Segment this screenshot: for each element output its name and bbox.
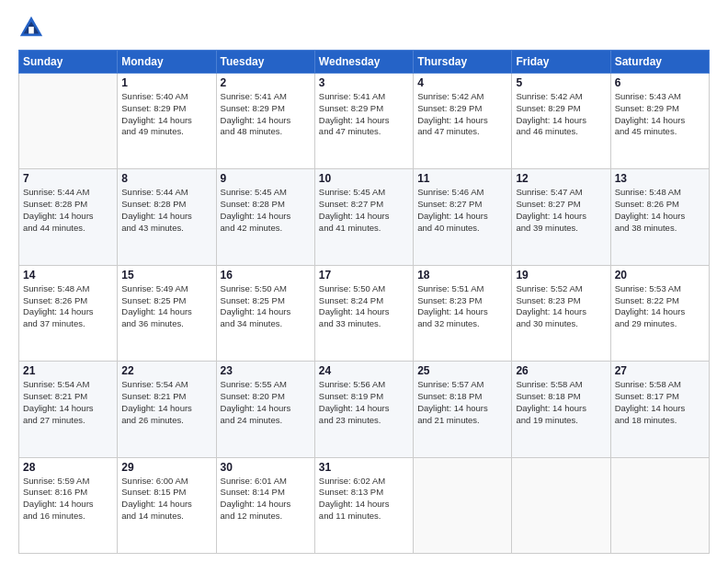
calendar-cell: 11Sunrise: 5:46 AMSunset: 8:27 PMDayligh… [414,169,512,265]
cell-content: Sunrise: 5:53 AMSunset: 8:22 PMDaylight:… [615,283,705,330]
week-row-1: 1Sunrise: 5:40 AMSunset: 8:29 PMDaylight… [19,74,710,169]
calendar-cell: 24Sunrise: 5:56 AMSunset: 8:19 PMDayligh… [314,362,413,457]
days-header-row: SundayMondayTuesdayWednesdayThursdayFrid… [19,51,710,74]
day-number: 19 [516,269,606,282]
calendar-cell: 9Sunrise: 5:45 AMSunset: 8:28 PMDaylight… [216,169,314,265]
calendar-cell: 13Sunrise: 5:48 AMSunset: 8:26 PMDayligh… [610,169,709,265]
cell-content: Sunrise: 5:55 AMSunset: 8:20 PMDaylight:… [221,379,311,426]
cell-content: Sunrise: 5:52 AMSunset: 8:23 PMDaylight:… [516,283,606,330]
calendar-cell: 23Sunrise: 5:55 AMSunset: 8:20 PMDayligh… [216,362,314,457]
cell-content: Sunrise: 5:46 AMSunset: 8:27 PMDaylight:… [417,187,507,234]
cell-content: Sunrise: 5:50 AMSunset: 8:24 PMDaylight:… [319,283,409,330]
day-number: 14 [23,269,113,282]
day-number: 23 [221,364,311,377]
calendar-cell [512,457,610,553]
week-row-5: 28Sunrise: 5:59 AMSunset: 8:16 PMDayligh… [19,457,710,553]
cell-content: Sunrise: 5:40 AMSunset: 8:29 PMDaylight:… [121,91,211,138]
day-number: 3 [319,76,409,89]
cell-content: Sunrise: 5:54 AMSunset: 8:21 PMDaylight:… [121,379,211,426]
day-number: 31 [319,461,409,474]
day-number: 27 [615,364,705,377]
calendar-cell: 2Sunrise: 5:41 AMSunset: 8:29 PMDaylight… [216,74,314,169]
calendar-cell: 27Sunrise: 5:58 AMSunset: 8:17 PMDayligh… [610,362,709,457]
day-number: 7 [23,172,113,185]
day-number: 24 [319,364,409,377]
day-header-thursday: Thursday [414,51,512,74]
cell-content: Sunrise: 5:49 AMSunset: 8:25 PMDaylight:… [121,283,211,330]
week-row-4: 21Sunrise: 5:54 AMSunset: 8:21 PMDayligh… [19,362,710,457]
day-number: 15 [121,269,211,282]
calendar-cell: 28Sunrise: 5:59 AMSunset: 8:16 PMDayligh… [19,457,118,553]
cell-content: Sunrise: 5:41 AMSunset: 8:29 PMDaylight:… [319,91,409,138]
day-number: 18 [417,269,507,282]
day-number: 26 [516,364,606,377]
cell-content: Sunrise: 5:44 AMSunset: 8:28 PMDaylight:… [23,187,113,234]
calendar-cell: 22Sunrise: 5:54 AMSunset: 8:21 PMDayligh… [118,362,216,457]
day-header-sunday: Sunday [19,51,118,74]
cell-content: Sunrise: 5:59 AMSunset: 8:16 PMDaylight:… [23,476,113,523]
calendar-cell: 10Sunrise: 5:45 AMSunset: 8:27 PMDayligh… [314,169,413,265]
calendar-cell: 3Sunrise: 5:41 AMSunset: 8:29 PMDaylight… [314,74,413,169]
cell-content: Sunrise: 5:45 AMSunset: 8:27 PMDaylight:… [319,187,409,234]
day-number: 11 [417,172,507,185]
calendar-cell: 20Sunrise: 5:53 AMSunset: 8:22 PMDayligh… [610,265,709,361]
calendar-cell: 21Sunrise: 5:54 AMSunset: 8:21 PMDayligh… [19,362,118,457]
day-number: 29 [121,461,211,474]
calendar-cell: 29Sunrise: 6:00 AMSunset: 8:15 PMDayligh… [118,457,216,553]
cell-content: Sunrise: 6:00 AMSunset: 8:15 PMDaylight:… [121,476,211,523]
day-number: 13 [615,172,705,185]
cell-content: Sunrise: 5:57 AMSunset: 8:18 PMDaylight:… [417,379,507,426]
cell-content: Sunrise: 5:42 AMSunset: 8:29 PMDaylight:… [417,91,507,138]
calendar-table: SundayMondayTuesdayWednesdayThursdayFrid… [18,50,710,554]
cell-content: Sunrise: 5:54 AMSunset: 8:21 PMDaylight:… [23,379,113,426]
week-row-2: 7Sunrise: 5:44 AMSunset: 8:28 PMDaylight… [19,169,710,265]
cell-content: Sunrise: 5:43 AMSunset: 8:29 PMDaylight:… [615,91,705,138]
calendar-cell: 12Sunrise: 5:47 AMSunset: 8:27 PMDayligh… [512,169,610,265]
calendar-cell: 7Sunrise: 5:44 AMSunset: 8:28 PMDaylight… [19,169,118,265]
calendar-cell [610,457,709,553]
cell-content: Sunrise: 6:02 AMSunset: 8:13 PMDaylight:… [319,476,409,523]
day-number: 22 [121,364,211,377]
day-number: 8 [121,172,211,185]
cell-content: Sunrise: 5:47 AMSunset: 8:27 PMDaylight:… [516,187,606,234]
calendar-cell: 16Sunrise: 5:50 AMSunset: 8:25 PMDayligh… [216,265,314,361]
cell-content: Sunrise: 5:51 AMSunset: 8:23 PMDaylight:… [417,283,507,330]
day-number: 10 [319,172,409,185]
calendar-cell [19,74,118,169]
calendar-cell: 25Sunrise: 5:57 AMSunset: 8:18 PMDayligh… [414,362,512,457]
cell-content: Sunrise: 5:44 AMSunset: 8:28 PMDaylight:… [121,187,211,234]
day-number: 2 [221,76,311,89]
cell-content: Sunrise: 5:56 AMSunset: 8:19 PMDaylight:… [319,379,409,426]
day-header-friday: Friday [512,51,610,74]
calendar-cell: 5Sunrise: 5:42 AMSunset: 8:29 PMDaylight… [512,74,610,169]
logo [18,15,50,40]
day-number: 1 [121,76,211,89]
cell-content: Sunrise: 5:45 AMSunset: 8:28 PMDaylight:… [221,187,311,234]
calendar-cell [414,457,512,553]
day-number: 4 [417,76,507,89]
day-number: 16 [221,269,311,282]
day-number: 5 [516,76,606,89]
calendar-cell: 31Sunrise: 6:02 AMSunset: 8:13 PMDayligh… [314,457,413,553]
cell-content: Sunrise: 5:48 AMSunset: 8:26 PMDaylight:… [23,283,113,330]
day-number: 25 [417,364,507,377]
svg-rect-2 [28,27,34,33]
calendar-cell: 17Sunrise: 5:50 AMSunset: 8:24 PMDayligh… [314,265,413,361]
cell-content: Sunrise: 5:41 AMSunset: 8:29 PMDaylight:… [221,91,311,138]
cell-content: Sunrise: 5:58 AMSunset: 8:18 PMDaylight:… [516,379,606,426]
calendar-cell: 19Sunrise: 5:52 AMSunset: 8:23 PMDayligh… [512,265,610,361]
calendar-cell: 30Sunrise: 6:01 AMSunset: 8:14 PMDayligh… [216,457,314,553]
cell-content: Sunrise: 5:58 AMSunset: 8:17 PMDaylight:… [615,379,705,426]
logo-icon [18,15,44,40]
day-header-monday: Monday [118,51,216,74]
calendar-cell: 8Sunrise: 5:44 AMSunset: 8:28 PMDaylight… [118,169,216,265]
calendar-cell: 18Sunrise: 5:51 AMSunset: 8:23 PMDayligh… [414,265,512,361]
week-row-3: 14Sunrise: 5:48 AMSunset: 8:26 PMDayligh… [19,265,710,361]
cell-content: Sunrise: 5:42 AMSunset: 8:29 PMDaylight:… [516,91,606,138]
header [18,15,710,40]
day-number: 6 [615,76,705,89]
calendar-page: SundayMondayTuesdayWednesdayThursdayFrid… [0,0,728,563]
day-number: 30 [221,461,311,474]
day-header-tuesday: Tuesday [216,51,314,74]
day-header-wednesday: Wednesday [314,51,413,74]
